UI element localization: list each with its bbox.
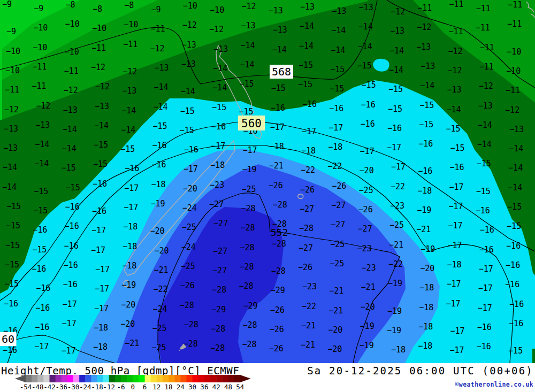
temperature-value: −15 <box>239 79 254 89</box>
temperature-value: −26 <box>298 263 312 272</box>
legend-cell <box>216 375 223 382</box>
temperature-value: −15 <box>66 183 80 193</box>
temperature-value: −15 <box>298 80 312 89</box>
temperature-value: −10 <box>33 23 48 33</box>
forecast-map: −9−9−8−8−8−9−10−10−12−13−13−13−13−12−11−… <box>0 0 535 363</box>
temperature-value: −15 <box>62 163 76 173</box>
temperature-value: −18 <box>328 142 342 152</box>
temperature-value: −16 <box>506 260 520 270</box>
temperature-value: −10 <box>33 43 47 52</box>
temperature-value: −16 <box>125 164 139 173</box>
temperature-value: −11 <box>5 85 19 95</box>
legend-cell <box>180 375 187 382</box>
temperature-value: −18 <box>418 322 433 332</box>
temperature-value: −21 <box>125 339 139 348</box>
temperature-value: −16 <box>418 166 432 176</box>
contour-label-560: 560 <box>241 117 262 130</box>
temperature-value: −22 <box>327 162 342 171</box>
temperature-value: −15 <box>6 221 20 230</box>
temperature-value: −16 <box>477 342 491 351</box>
temperature-value: −17 <box>446 299 461 309</box>
temperature-value: −13 <box>4 124 18 134</box>
temperature-value: −19 <box>387 306 402 316</box>
temperature-value: −15 <box>5 260 19 270</box>
temperature-value: −15 <box>271 83 286 93</box>
temperature-value: −16 <box>152 160 166 170</box>
temperature-value: −17 <box>95 265 110 274</box>
copyright-link[interactable]: ©weatheronline.co.uk <box>455 381 533 388</box>
temperature-value: −17 <box>448 221 463 230</box>
legend-cell <box>174 375 181 382</box>
temperature-value: −28 <box>242 340 256 349</box>
legend-cell <box>73 375 80 382</box>
temperature-value: −26 <box>269 181 283 190</box>
temperature-value: −24 <box>181 242 196 252</box>
temperature-value: −14 <box>389 46 404 56</box>
temperature-value: −16 <box>4 299 18 309</box>
temperature-value: −15 <box>180 126 194 135</box>
temperature-value: −16 <box>480 225 494 235</box>
temperature-value: −12 <box>448 66 462 75</box>
temperature-value: −25 <box>152 324 167 333</box>
temperature-value: −16 <box>65 221 79 231</box>
temperature-value: −11 <box>91 43 106 53</box>
temperature-value: −16 <box>36 283 50 293</box>
temperature-value: −14 <box>154 102 168 112</box>
temperature-value: −26 <box>269 344 284 353</box>
temperature-value: −11 <box>32 62 47 72</box>
temperature-value: −14 <box>477 140 492 149</box>
temperature-value: −20 <box>155 246 169 256</box>
temperature-value: −16 <box>505 280 519 289</box>
legend-colorbar: -54-48-42-36-30-24-18-12-606121824303642… <box>0 375 257 392</box>
legend-cell <box>85 375 91 382</box>
temperature-value: −12 <box>123 67 137 76</box>
temperature-value: −29 <box>271 286 285 295</box>
temperature-value: −26 <box>300 185 315 195</box>
temperature-value: −14 <box>121 125 135 135</box>
temperature-value: −13 <box>3 143 18 153</box>
temperature-value: −26 <box>180 281 195 290</box>
temperature-value: −17 <box>124 183 139 193</box>
temperature-value: −15 <box>153 121 167 131</box>
legend-cell <box>228 375 234 382</box>
temperature-value: −17 <box>450 345 464 355</box>
temperature-value: −13 <box>509 125 524 134</box>
temperature-value: −18 <box>210 160 225 170</box>
legend-tick-label: 36 <box>200 383 208 391</box>
temperature-value: −15 <box>299 60 313 70</box>
temperature-value: −15 <box>5 241 20 250</box>
legend-tick-label: 30 <box>188 383 196 391</box>
legend-cell <box>204 375 211 382</box>
temperature-value: −10 <box>124 20 138 29</box>
temperature-value: −11 <box>64 66 79 76</box>
temperature-value: −8 <box>93 4 102 14</box>
temperature-value: −15 <box>388 104 402 114</box>
temperature-value: −10 <box>183 1 197 11</box>
temperature-value: −27 <box>331 201 346 210</box>
temperature-value: −27 <box>331 220 345 229</box>
temperature-value: −19 <box>360 341 374 350</box>
temperature-value: −13 <box>35 120 50 130</box>
temperature-value: −14 <box>240 60 254 70</box>
temperature-value: −20 <box>183 184 197 194</box>
temperature-value: −15 <box>507 221 521 231</box>
temperature-value: −17 <box>391 162 406 172</box>
temperature-value: −15 <box>32 245 47 255</box>
temperature-value: −13 <box>300 2 315 12</box>
temperature-value: −14 <box>3 163 17 172</box>
temperature-value: −22 <box>301 165 315 175</box>
temperature-value: −19 <box>421 244 435 254</box>
temperature-value: −13 <box>359 3 373 12</box>
temperature-value: −17 <box>95 284 109 294</box>
map-canvas: −9−9−8−8−8−9−10−10−12−13−13−13−13−12−11−… <box>0 0 535 363</box>
temperature-value: −15 <box>6 202 21 211</box>
temperature-value: −13 <box>213 44 228 54</box>
temperature-value: −20 <box>420 264 434 273</box>
temperature-value: −13 <box>182 40 196 50</box>
legend-tick-label: -42 <box>43 383 56 391</box>
legend-cell <box>91 375 97 382</box>
temperature-value: −15 <box>507 202 522 212</box>
temperature-value: −8 <box>66 0 75 10</box>
temperature-value: −14 <box>2 182 17 192</box>
temperature-value: −28 <box>240 243 254 252</box>
